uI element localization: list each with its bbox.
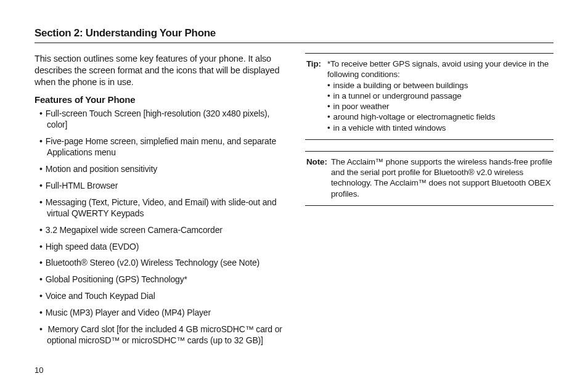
note-callout: Note: The Acclaim™ phone supports the wi… (305, 151, 553, 206)
left-column: This section outlines some key features … (35, 53, 283, 352)
list-item: in a tunnel or underground passage (327, 91, 552, 101)
page-number: 10 (35, 365, 43, 375)
list-item: 3.2 Megapixel wide screen Camera-Camcord… (39, 225, 283, 236)
features-list: Full-screen Touch Screen [high-resolutio… (35, 108, 283, 346)
list-item: Messaging (Text, Picture, Video, and Ema… (39, 197, 283, 219)
tip-body: *To receive better GPS signals, avoid us… (306, 59, 552, 133)
list-item: Full-screen Touch Screen [high-resolutio… (39, 108, 283, 131)
list-item: Five-page Home screen, simplefied main m… (39, 136, 283, 158)
list-item: Voice and Touch Keypad Dial (39, 291, 283, 302)
tip-label: Tip: (306, 59, 321, 69)
right-column: Tip: *To receive better GPS signals, avo… (305, 53, 553, 352)
tip-callout: Tip: *To receive better GPS signals, avo… (305, 53, 553, 140)
tip-list: inside a building or between buildings i… (327, 80, 552, 133)
section-title: Section 2: Understanding Your Phone (35, 27, 553, 43)
features-heading: Features of Your Phone (35, 94, 283, 105)
list-item: High speed data (EVDO) (39, 242, 283, 253)
list-item: Memory Card slot [for the included 4 GB … (39, 324, 283, 346)
list-item: Full-HTML Browser (39, 181, 283, 192)
intro-paragraph: This section outlines some key features … (35, 53, 283, 88)
list-item: Global Positioning (GPS) Technology* (39, 274, 283, 285)
list-item: Motion and position sensitivity (39, 164, 283, 175)
two-column-layout: This section outlines some key features … (35, 53, 553, 352)
list-item: inside a building or between buildings (327, 80, 552, 91)
list-item: around high-voltage or electromagnetic f… (327, 112, 552, 122)
list-item: Music (MP3) Player and Video (MP4) Playe… (39, 308, 283, 319)
list-item: Bluetooth® Stereo (v2.0) Wireless Techno… (39, 258, 283, 269)
tip-lead: *To receive better GPS signals, avoid us… (327, 59, 549, 79)
list-item: in a vehicle with tinted windows (327, 123, 552, 133)
note-body: The Acclaim™ phone supports the wireless… (306, 157, 552, 199)
note-label: Note: (306, 157, 327, 167)
list-item: in poor weather (327, 101, 552, 112)
